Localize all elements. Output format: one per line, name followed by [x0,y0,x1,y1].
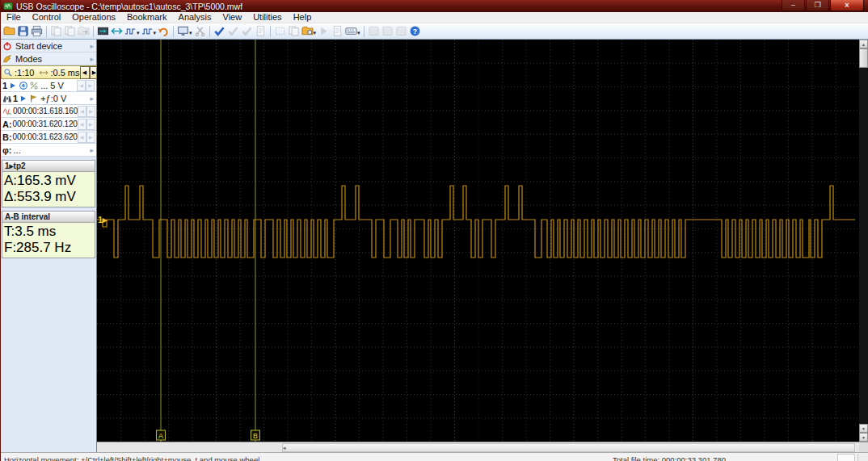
playsm-icon [19,94,28,103]
usb-oscilloscope-window: USB Oscilloscope - C:\temp\autosc1\autos… [0,0,868,461]
sidebar: Start device▸Modes▸:1:10:0.5 ms◀▶16... 5… [1,40,97,452]
menu-item-analysis[interactable]: Analysis [173,12,217,23]
display-mode-button[interactable]: ▾ [176,24,193,38]
sidebar-row-phase[interactable]: φ:...▸ [1,144,96,157]
spin-right-button[interactable]: ▶ [90,66,97,79]
sidebar-text: ... 5 V [40,81,64,90]
binoc-icon [2,94,12,103]
sidebar-row-start-device[interactable]: Start device▸ [1,40,96,52]
titlebar[interactable]: USB Oscilloscope - C:\temp\autosc1\autos… [1,0,868,12]
spin-left-button[interactable]: ◀ [80,66,90,79]
hscale-icon [39,68,48,78]
apply-all-button[interactable] [226,24,240,38]
sidebar-text: 1 [13,94,18,103]
fragment-report-button[interactable] [331,24,344,38]
measure-panel-body: A:165.3 mVΔ:553.9 mV [2,172,95,207]
scroll-down-button-2[interactable]: ▼ [859,433,868,442]
vertical-scrollbar[interactable]: ▲ ▼ ▼ [859,40,868,442]
scroll-down-button[interactable]: ▼ [859,424,868,433]
time-marker-A[interactable]: A [157,40,166,442]
pan-mode-button[interactable] [110,24,124,38]
spin-left-button[interactable]: ◀ [78,106,86,117]
export-button[interactable] [77,24,91,38]
minimize-button[interactable]: – [782,0,805,11]
sidebar-text: 000:00:31.623.620 [13,132,78,141]
sidebar-row-channel-scale[interactable]: 16... 5 V◀▶ [1,79,96,92]
sidebar-row-modes[interactable]: Modes▸ [1,52,96,65]
time-marker-B[interactable]: B [251,40,260,442]
select-region-button[interactable] [273,24,287,38]
copy-image-button[interactable] [49,24,63,38]
channel-1-marker[interactable]: 1▸ [98,215,107,224]
copy-region-button[interactable] [287,24,301,38]
chevron-right-icon[interactable]: ▸ [90,42,95,50]
save-button[interactable] [16,24,30,38]
sidebar-text: ... [14,145,21,155]
spin-control[interactable]: ◀▶ [80,66,97,79]
spin-left-button[interactable]: ◀ [78,119,86,130]
copy-data-button[interactable] [63,24,77,38]
scroll-left-icon: ◂ [283,444,286,451]
menu-item-operations[interactable]: Operations [66,12,121,23]
print-button[interactable] [30,24,44,38]
next-fragment-button[interactable] [317,24,331,38]
spin-right-button[interactable]: ▶ [86,132,95,143]
lens-icon [3,68,13,78]
horizontal-scrollbar[interactable]: ◂ [97,442,860,452]
horizontal-scroll-thumb[interactable] [282,443,855,452]
measure-value: T:3.5 ms [4,224,93,240]
status-total-file-time: Total file time: 000:00:33.301.780 [613,455,726,461]
sidebar-text: 1 [2,81,7,90]
menu-item-file[interactable]: File [1,12,27,23]
scope-canvas[interactable]: AB1▸ [97,40,860,442]
c6-icon: 6 [19,81,28,90]
cut-fragment-button[interactable] [193,24,207,38]
scroll-up-button[interactable]: ▲ [859,40,868,48]
sidebar-row-cursor-time[interactable]: 000:00:31.618.160◀▶ [1,105,96,118]
probe-settings-button[interactable] [96,24,110,38]
sidebar-text: φ: [2,145,12,155]
window-controls: – ❒ × [781,0,864,11]
probe2-icon [29,81,39,90]
view-option-3-button[interactable] [394,24,408,38]
toolbar-separator [93,26,94,37]
sidebar-row-marker-a-time[interactable]: A:000:00:31.620.120◀▶ [1,118,96,131]
dropdown-arrow-icon: ▾ [154,30,157,36]
vertical-scroll-thumb[interactable] [859,48,868,68]
svg-text:B: B [253,432,258,440]
chevron-right-icon[interactable]: ▸ [90,94,95,103]
close-button[interactable]: × [830,0,864,11]
spin-right-button[interactable]: ▶ [86,119,95,130]
scope-plot-area[interactable]: AB1▸ ▲ ▼ ▼ ◂ [97,40,868,452]
menu-item-utilities[interactable]: Utilities [247,12,287,23]
sidebar-row-trigger-level[interactable]: 1+ƒ:0 V▸ [1,92,96,105]
panel-layout-button[interactable]: ▾ [344,24,361,38]
menu-item-help[interactable]: Help [288,12,318,23]
scope-svg[interactable]: AB1▸ [97,40,860,442]
verify-button[interactable] [240,24,254,38]
help-button[interactable]: ? [408,24,422,38]
maximize-button[interactable]: ❒ [806,0,829,11]
undo-button[interactable] [157,24,171,38]
sidebar-row-marker-b-time[interactable]: B:000:00:31.623.620◀▶ [1,131,96,144]
view-option-1-button[interactable] [367,24,381,38]
signal-mode-button[interactable]: ▾ [124,24,141,38]
spin-left-button[interactable]: ◀ [78,132,86,143]
open-file-button[interactable] [2,24,16,38]
apply-button[interactable] [213,24,226,38]
menu-item-view[interactable]: View [217,12,248,23]
spin-left-button[interactable]: ◀ [77,80,86,91]
view-option-2-button[interactable] [381,24,394,38]
sidebar-row-zoom-timebase[interactable]: :1:10:0.5 ms◀▶ [1,65,96,79]
dropdown-arrow-icon: ▾ [314,30,317,36]
spin-right-button[interactable]: ▶ [86,106,95,117]
menu-item-control[interactable]: Control [27,12,66,23]
toolbar: ▾▾▾▾▾? [1,23,868,40]
chevron-right-icon[interactable]: ▸ [90,55,95,63]
script-folder-button[interactable]: ▾ [301,24,318,38]
report-button[interactable] [254,24,268,38]
overlay-mode-button[interactable]: ▾ [141,24,158,38]
spin-right-button[interactable]: ▶ [86,80,95,91]
chevron-right-icon[interactable]: ▸ [90,146,95,154]
menu-item-bookmark[interactable]: Bookmark [121,12,173,23]
